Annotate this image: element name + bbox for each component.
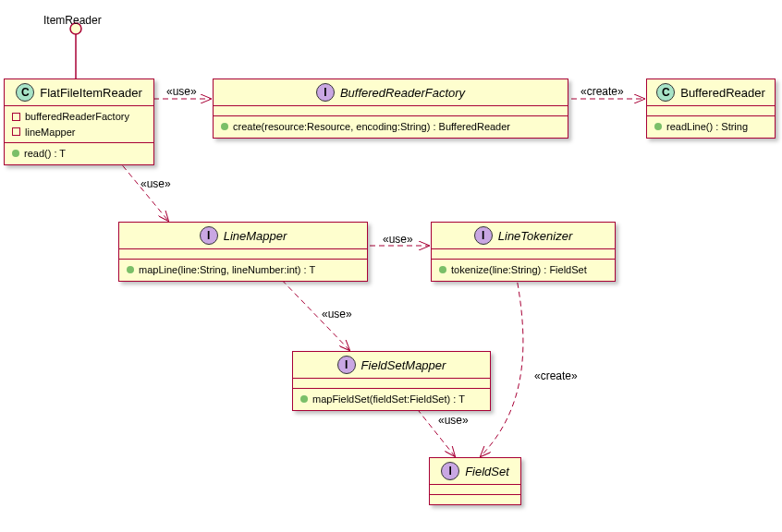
class-title: LineTokenizer (498, 229, 572, 243)
edge-label-use: «use» (141, 177, 171, 190)
class-title: FieldSetMapper (361, 358, 446, 372)
class-title: FlatFileItemReader (40, 86, 142, 100)
class-header: I BufferedReaderFactory (214, 79, 568, 106)
field: bufferedReaderFactory (12, 109, 146, 125)
class-header: I LineMapper (119, 223, 367, 249)
fields: bufferedReaderFactory lineMapper (5, 106, 153, 143)
edge-label-use: «use» (322, 308, 352, 320)
stereotype-interface-icon: I (200, 226, 218, 245)
stereotype-interface-icon: I (441, 462, 459, 480)
method: read() : T (12, 146, 146, 162)
interface-fieldsetmapper: I FieldSetMapper mapFieldSet(fieldSet:Fi… (292, 351, 491, 411)
methods: mapLine(line:String, lineNumber:int) : T (119, 260, 367, 281)
methods: read() : T (5, 143, 153, 164)
stereotype-class-icon: C (656, 83, 675, 102)
edge-label-use: «use» (438, 414, 469, 427)
methods: tokenize(line:String) : FieldSet (432, 260, 615, 281)
methods: mapFieldSet(fieldSet:FieldSet) : T (293, 389, 490, 410)
edge-label-use: «use» (166, 85, 197, 98)
method: create(resource:Resource, encoding:Strin… (221, 119, 560, 135)
method: tokenize(line:String) : FieldSet (439, 262, 607, 278)
port-itemreader-label: ItemReader (43, 14, 102, 27)
method: mapFieldSet(fieldSet:FieldSet) : T (300, 392, 483, 407)
class-bufferedreader: C BufferedReader readLine() : String (646, 79, 776, 139)
interface-linetokenizer: I LineTokenizer tokenize(line:String) : … (431, 222, 616, 282)
methods-empty (430, 495, 520, 504)
class-title: FieldSet (465, 465, 509, 478)
method: readLine() : String (654, 119, 767, 135)
class-title: BufferedReader (680, 86, 765, 100)
fields-empty (647, 106, 775, 116)
edge-label-create: «create» (580, 85, 624, 98)
class-title: BufferedReaderFactory (340, 86, 465, 100)
methods: create(resource:Resource, encoding:Strin… (214, 116, 568, 138)
class-header: I LineTokenizer (432, 223, 615, 249)
stereotype-class-icon: C (16, 83, 34, 102)
class-header: C FlatFileItemReader (5, 79, 153, 106)
fields-empty (432, 249, 615, 260)
field: lineMapper (12, 125, 146, 140)
edge-label-use: «use» (383, 233, 413, 246)
class-flatfileitemreader: C FlatFileItemReader bufferedReaderFacto… (4, 79, 154, 165)
stereotype-interface-icon: I (316, 83, 335, 102)
fields-empty (293, 379, 490, 389)
fields-empty (214, 106, 568, 116)
interface-fieldset: I FieldSet (429, 457, 521, 505)
methods: readLine() : String (647, 116, 775, 138)
fields-empty (430, 484, 520, 495)
interface-bufferedreaderfactory: I BufferedReaderFactory create(resource:… (213, 79, 568, 139)
class-header: I FieldSetMapper (293, 352, 490, 379)
stereotype-interface-icon: I (337, 356, 356, 374)
class-header: C BufferedReader (647, 79, 775, 106)
edge-label-create: «create» (534, 369, 578, 382)
stereotype-interface-icon: I (474, 226, 493, 245)
interface-linemapper: I LineMapper mapLine(line:String, lineNu… (118, 222, 368, 282)
method: mapLine(line:String, lineNumber:int) : T (127, 262, 360, 278)
class-title: LineMapper (224, 229, 287, 243)
class-header: I FieldSet (430, 458, 520, 484)
fields-empty (119, 249, 367, 260)
